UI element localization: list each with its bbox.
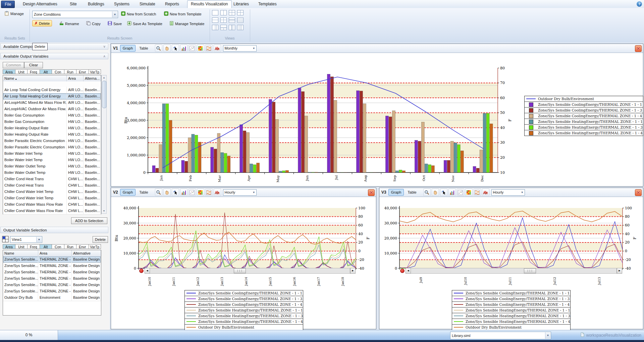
record-dot-icon[interactable] [139, 269, 144, 273]
graph-tab-button[interactable]: Graph [120, 45, 136, 52]
layout-option-icon[interactable] [237, 17, 244, 23]
table-row[interactable]: Air Loop Total Heating Coil EnergyAIR LO… [3, 93, 101, 100]
zoom-icon[interactable] [155, 189, 162, 196]
selection-delete-button[interactable]: Delete [93, 236, 108, 243]
v2-time-scrollbar[interactable]: ◀▶ [139, 268, 356, 274]
bar-chart-icon[interactable] [180, 189, 187, 196]
app-tab-systems[interactable]: Systems [111, 1, 133, 7]
close-panel-button[interactable] [635, 45, 642, 52]
frequency-combobox[interactable]: Monthly▼ [223, 45, 257, 52]
heatmap-icon[interactable] [465, 189, 473, 196]
column-header-name[interactable]: Name [3, 250, 38, 256]
filter-tab-unit[interactable]: Unit [15, 244, 28, 249]
rename-button[interactable]: Rename [57, 20, 82, 27]
app-tab-buildings[interactable]: Buildings [85, 1, 108, 7]
layout-option-icon[interactable] [237, 25, 244, 30]
scroll-left-icon[interactable]: ◀ [406, 268, 411, 274]
table-row[interactable]: AirLoopHVAC Mixed Air Mass Flow R...AIR … [3, 99, 101, 106]
band-chart-icon[interactable] [205, 45, 213, 52]
graph-tab-button[interactable]: Graph [388, 189, 404, 196]
filter-tab-vartp[interactable]: VarTp [89, 69, 101, 74]
zoom-icon[interactable] [155, 45, 162, 52]
variables-scrollbar[interactable]: ▲▼ [101, 75, 107, 214]
library-combobox[interactable]: Library.siml ▼ [450, 332, 551, 339]
filter-tab-freq[interactable]: Freq [27, 244, 40, 249]
scroll-right-icon[interactable]: ▶ [350, 268, 356, 274]
column-header-alternative[interactable]: Alternative [72, 250, 101, 256]
table-row[interactable]: Boiler Water Outlet TempHW LO...Baselin.… [3, 163, 101, 170]
table-row[interactable]: Chiller Cond Water Mass Flow RateCHW L..… [3, 201, 101, 208]
record-dot-icon[interactable] [400, 269, 405, 273]
save-button[interactable]: Save [105, 20, 124, 27]
scrollbar-track[interactable] [411, 268, 617, 274]
frequency-combobox[interactable]: Hourly▼ [491, 189, 525, 196]
band-chart-icon[interactable] [205, 189, 213, 196]
table-row[interactable]: Boiler Parasitic Electric Consumption ..… [3, 144, 101, 151]
table-row[interactable]: Zone/Sys Sensible...THERMAL ZONE - ...Ba… [3, 269, 101, 276]
frequency-combobox[interactable]: Hourly▼ [223, 189, 257, 196]
table-row[interactable]: Air Loop Total Cooling Coil EnergyAIR LO… [3, 87, 101, 93]
filter-tab-alt[interactable]: Alt [40, 244, 52, 249]
graph-tab-button[interactable]: Graph [120, 189, 136, 196]
filter-tab-envr[interactable]: Envr [76, 244, 89, 249]
table-row[interactable]: Boiler Parasitic Electric Consumption ..… [3, 138, 101, 144]
column-header-name[interactable]: Name ▲ [3, 75, 67, 81]
column-header-area[interactable]: Area [67, 75, 84, 81]
table-row[interactable]: Boiler Gas ConsumptionHW LO...Baselin... [3, 119, 101, 125]
scroll-up-icon[interactable]: ▲ [102, 75, 106, 80]
layout-option-icon[interactable] [229, 10, 235, 15]
table-row[interactable]: Chiller Cond Water Inlet TempCHW L...Bas… [3, 195, 101, 202]
view-layout-icon[interactable] [2, 236, 9, 243]
zoom-icon[interactable] [423, 189, 431, 196]
app-tab-results-visualization[interactable]: Results Visualization [187, 0, 232, 8]
clear-button[interactable]: Clear [24, 62, 43, 68]
app-tab-templates[interactable]: Templates [255, 1, 280, 7]
scatter-chart-icon[interactable] [189, 45, 196, 52]
available-output-variables-header[interactable]: Available Output Variables ˄ [0, 53, 108, 59]
new-from-scratch-button[interactable]: New from Scratch [119, 10, 158, 17]
table-row[interactable]: Boiler Heating Output RateHW LO...Baseli… [3, 131, 101, 138]
delete-results-set-button[interactable]: ✗ Delete [32, 20, 52, 26]
filter-tab-area[interactable]: Area [3, 244, 15, 249]
scrollbar-thumb[interactable] [234, 268, 246, 273]
layout-option-icon[interactable] [220, 17, 227, 23]
table-row[interactable]: AirLoopHVAC Outdoor Air Mass Flow...AIR … [3, 106, 101, 113]
layout-option-icon[interactable] [229, 17, 235, 23]
select-icon[interactable] [172, 189, 179, 196]
table-row[interactable]: Chiller Cond Water Inlet TempCHW L...Bas… [3, 189, 101, 195]
close-panel-button[interactable] [368, 189, 375, 196]
filter-tab-unit[interactable]: Unit [15, 69, 28, 74]
table-row[interactable]: Zone/Sys Sensible...THERMAL ZONE - ...Ba… [3, 282, 101, 288]
table-row[interactable]: Boiler Heating Output RateHW LO...Baseli… [3, 125, 101, 132]
scrollbar-thumb[interactable] [102, 81, 107, 108]
pan-icon[interactable] [163, 45, 171, 52]
table-row[interactable]: Zone/Sys Sensible...THERMAL ZONE - ...Ba… [3, 263, 101, 269]
layout-option-icon[interactable] [212, 25, 218, 30]
table-row[interactable]: Zone/Sys Sensible...THERMAL ZONE - ...Ba… [3, 256, 101, 263]
layout-option-icon[interactable] [212, 10, 218, 15]
app-tab-file[interactable]: File [1, 1, 15, 8]
select-icon[interactable] [172, 45, 179, 52]
close-panel-button[interactable] [635, 189, 642, 196]
available-components-header[interactable]: Available Compon ˅ [0, 43, 108, 50]
table-row[interactable]: Boiler Water Inlet TempHW LO...Baselin..… [3, 157, 101, 163]
filter-tab-con[interactable]: Con [52, 244, 64, 249]
common-button[interactable]: Common [3, 62, 24, 68]
add-to-selection-button[interactable]: ADD to Selection [71, 217, 107, 224]
column-header-alterna[interactable]: Alterna... [84, 75, 101, 81]
app-tab-simulate[interactable]: Simulate [136, 1, 159, 7]
table-row[interactable]: Zone/Sys Sensible...THERMAL ZONE - ...Ba… [3, 288, 101, 295]
app-tab-libraries[interactable]: Libraries [230, 1, 252, 7]
line-chart-icon[interactable] [214, 189, 221, 196]
pan-icon[interactable] [163, 189, 171, 196]
heatmap-icon[interactable] [197, 189, 204, 196]
app-tab-site[interactable]: Site [66, 1, 80, 7]
scroll-left-icon[interactable]: ◀ [145, 268, 150, 274]
table-tab-button[interactable]: Table [137, 45, 151, 52]
filter-tab-vartp[interactable]: VarTp [89, 244, 101, 249]
table-row[interactable]: Chiller Cond Water Mass Flow RateCHW L..… [3, 208, 101, 214]
view-combobox[interactable]: View1 ▼ [10, 236, 42, 243]
output-variable-selection-header[interactable]: Output Variable Selection [0, 227, 108, 233]
filter-tab-run[interactable]: Run [64, 69, 77, 74]
filter-tab-envr[interactable]: Envr [76, 69, 89, 74]
